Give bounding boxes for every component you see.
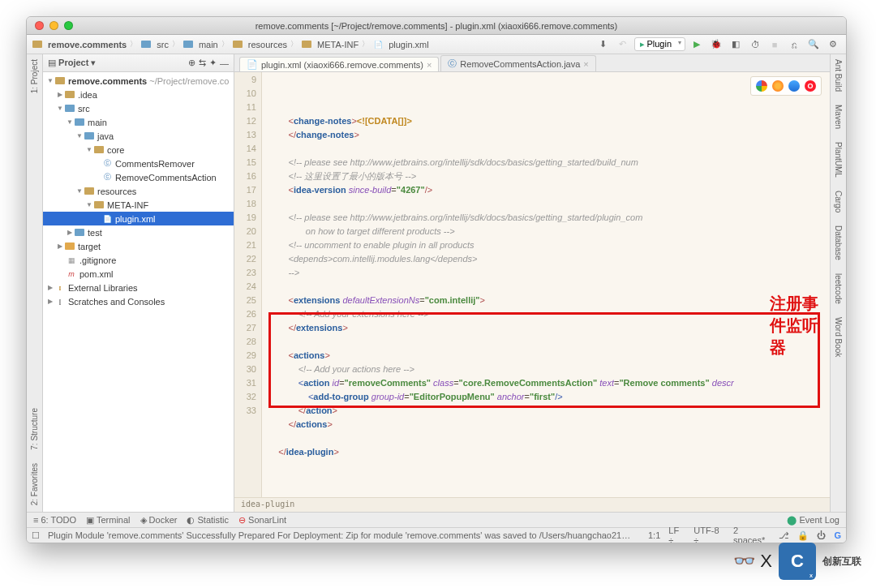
search-icon[interactable]: 🔍 (805, 37, 822, 52)
status-msg: Plugin Module 'remove.comments' Successf… (48, 530, 632, 540)
firefox-icon (772, 80, 784, 92)
sidebar-title: Project (58, 58, 88, 67)
sidebar-hide-icon[interactable]: — (220, 58, 229, 68)
editor-crumb[interactable]: idea-plugin (234, 497, 830, 512)
encoding[interactable]: UTF-8 ÷ (694, 526, 725, 543)
close-tab-icon[interactable]: × (427, 60, 432, 70)
safari-icon (788, 80, 800, 92)
browser-icons[interactable]: O (750, 76, 822, 96)
tool-database[interactable]: Database (834, 225, 843, 260)
tool-favorites[interactable]: 2: Favorites (30, 463, 39, 505)
project-tree[interactable]: ▼remove.comments ~/Project/remove.co ▶.i… (43, 72, 234, 512)
caret-pos[interactable]: 1:1 (648, 530, 660, 540)
vcs-icon[interactable]: ⎌ (786, 37, 802, 52)
right-gutter: Ant Build Maven PlantUML Cargo Database … (830, 54, 846, 512)
editor-tabs: 📄plugin.xml (xiaoxi666.remove.comments)×… (234, 54, 830, 72)
project-sidebar: ▤ Project ▾ ⊕ ⇆ ✦ — ▼remove.comments ~/P… (43, 54, 234, 512)
build-icon[interactable]: ⬇ (595, 37, 612, 52)
git-icon[interactable]: ⎇ (779, 530, 789, 541)
tool-sonar[interactable]: ⊖ SonarLint (238, 515, 286, 526)
line-gutter: 9101112131415161718192021222324252627282… (234, 72, 262, 497)
run-config-select[interactable]: ▸ Plugin (634, 37, 685, 51)
tool-docker[interactable]: ◈ Docker (140, 515, 178, 526)
status-bar: ☐ Plugin Module 'remove.comments' Succes… (27, 527, 846, 543)
coverage-icon[interactable]: ◧ (728, 37, 744, 52)
sidebar-gear-icon[interactable]: ✦ (209, 58, 217, 68)
status-msg-icon[interactable]: ☐ (32, 530, 40, 541)
google-icon[interactable]: G (834, 530, 841, 540)
tool-statistic[interactable]: ◐ Statistic (187, 515, 229, 526)
indent[interactable]: 2 spaces* (733, 526, 771, 543)
toolbar: remove.comments〉 src〉 main〉 resources〉 M… (27, 35, 846, 54)
code-area[interactable]: O <change-notes><![CDATA[]]> </change-no… (262, 72, 830, 497)
tab-plugin-xml[interactable]: 📄plugin.xml (xiaoxi666.remove.comments)× (239, 57, 439, 71)
titlebar: remove.comments [~/Project/remove.commen… (27, 17, 846, 35)
sidebar-opts-icon[interactable]: ⊕ (188, 58, 195, 68)
lock-icon[interactable]: 🔒 (797, 530, 809, 541)
line-sep[interactable]: LF ÷ (668, 526, 685, 543)
window-title: remove.comments [~/Project/remove.commen… (27, 21, 846, 31)
stop-icon[interactable]: ■ (766, 37, 783, 52)
tab-action-java[interactable]: ⓒRemoveCommentsAction.java× (440, 55, 595, 71)
tool-structure[interactable]: 7: Structure (30, 408, 39, 450)
tool-maven[interactable]: Maven (834, 105, 843, 129)
annotation-text: 注册事件监听器 (770, 293, 830, 358)
tool-cargo[interactable]: Cargo (834, 191, 843, 212)
power-icon[interactable]: ⏻ (817, 530, 826, 540)
tool-plantuml[interactable]: PlantUML (834, 142, 843, 178)
breadcrumb[interactable]: remove.comments〉 src〉 main〉 resources〉 M… (32, 39, 594, 50)
tool-leetcode[interactable]: leetcode (834, 273, 843, 304)
debug-icon[interactable]: 🐞 (708, 37, 724, 52)
nav-back-icon[interactable]: ↶ (615, 37, 631, 52)
watermark: 👓 X CX 创新互联 (733, 543, 861, 580)
ide-window: remove.comments [~/Project/remove.commen… (26, 16, 847, 543)
event-log[interactable]: ⬤ Event Log (787, 515, 840, 526)
settings-icon[interactable]: ⚙ (825, 37, 841, 52)
chrome-icon (756, 80, 767, 92)
tool-project[interactable]: 1: Project (30, 59, 39, 93)
tool-wordbook[interactable]: Word Book (834, 317, 843, 357)
tool-terminal[interactable]: ▣ Terminal (86, 515, 130, 526)
sidebar-collapse-icon[interactable]: ⇆ (199, 58, 206, 68)
opera-icon: O (805, 80, 816, 92)
watermark-logo: CX (779, 543, 816, 580)
editor: 📄plugin.xml (xiaoxi666.remove.comments)×… (234, 54, 830, 512)
profile-icon[interactable]: ⏱ (747, 37, 763, 52)
tree-selected: 📄plugin.xml (43, 212, 234, 225)
left-gutter: 1: Project 7: Structure 2: Favorites (27, 54, 43, 512)
run-icon[interactable]: ▶ (689, 37, 705, 52)
tool-todo[interactable]: ≡ 6: TODO (33, 515, 76, 525)
tool-ant[interactable]: Ant Build (834, 59, 843, 92)
